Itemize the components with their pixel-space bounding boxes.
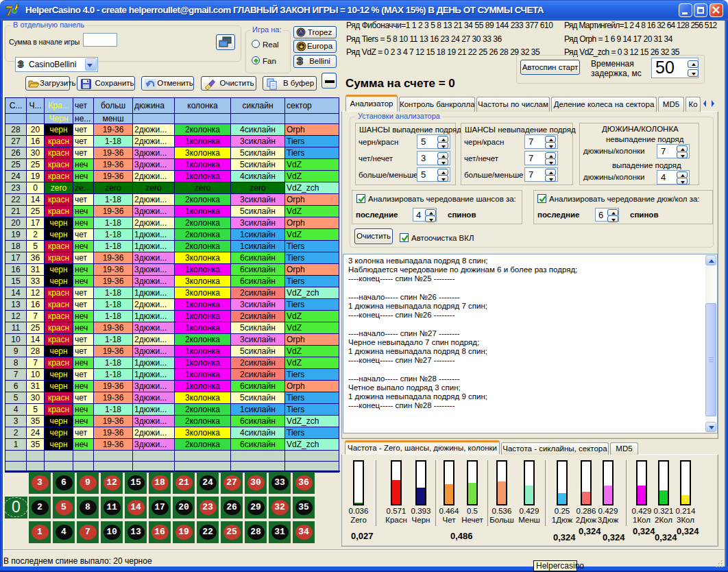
svg-text:7: 7 [5, 3, 13, 18]
svg-text:★: ★ [298, 43, 304, 50]
